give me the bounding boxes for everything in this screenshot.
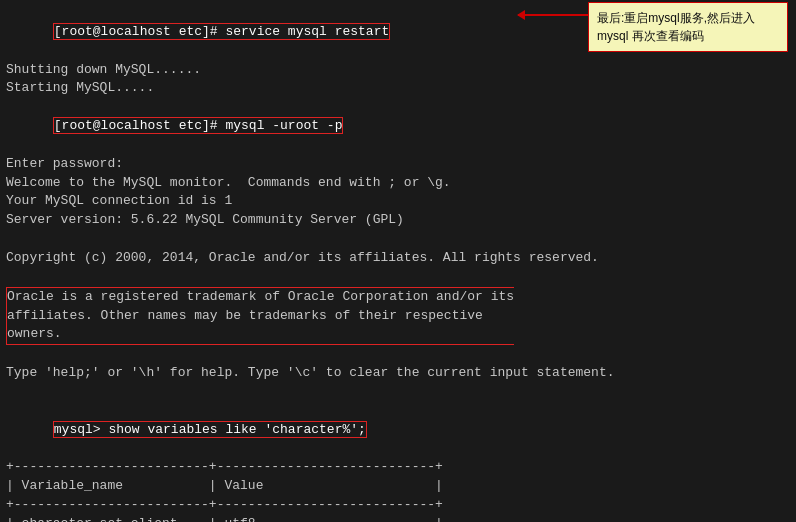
arrow-head: [517, 10, 525, 20]
cmd-border-1: [root@localhost etc]# service mysql rest…: [53, 23, 390, 40]
oracle-line-3: owners.: [7, 325, 514, 344]
arrow-shaft: [518, 14, 588, 16]
line-blank-2: [6, 268, 790, 287]
line-copyright: Copyright (c) 2000, 2014, Oracle and/or …: [6, 249, 790, 268]
line-5: Enter password:: [6, 155, 790, 174]
line-2: Shutting down MySQL......: [6, 61, 790, 80]
line-4: [root@localhost etc]# mysql -uroot -p: [6, 98, 790, 155]
table-header: | Variable_name | Value |: [6, 477, 790, 496]
query-border: mysql> show variables like 'character%';: [53, 421, 367, 438]
terminal: [root@localhost etc]# service mysql rest…: [0, 0, 796, 522]
oracle-line-1: Oracle is a registered trademark of Orac…: [7, 288, 514, 307]
arrow-container: [518, 14, 588, 16]
line-blank-3: [6, 345, 790, 364]
annotation-text: 最后:重启mysql服务,然后进入mysql 再次查看编码: [597, 11, 755, 43]
line-query: mysql> show variables like 'character%';: [6, 402, 790, 459]
oracle-line-2: affiliates. Other names may be trademark…: [7, 307, 514, 326]
line-3: Starting MySQL.....: [6, 79, 790, 98]
table-sep-1: +-------------------------+-------------…: [6, 458, 790, 477]
annotation-box: 最后:重启mysql服务,然后进入mysql 再次查看编码: [588, 2, 788, 52]
cmd-border-2: [root@localhost etc]# mysql -uroot -p: [53, 117, 344, 134]
line-help: Type 'help;' or '\h' for help. Type '\c'…: [6, 364, 790, 383]
oracle-block: Oracle is a registered trademark of Orac…: [6, 287, 514, 346]
table-sep-2: +-------------------------+-------------…: [6, 496, 790, 515]
table-row-1: | character_set_client | utf8 |: [6, 515, 790, 522]
line-blank-1: [6, 230, 790, 249]
line-6: Welcome to the MySQL monitor. Commands e…: [6, 174, 790, 193]
line-blank-4: [6, 383, 790, 402]
line-8: Server version: 5.6.22 MySQL Community S…: [6, 211, 790, 230]
terminal-content: [root@localhost etc]# service mysql rest…: [6, 4, 790, 522]
line-7: Your MySQL connection id is 1: [6, 192, 790, 211]
